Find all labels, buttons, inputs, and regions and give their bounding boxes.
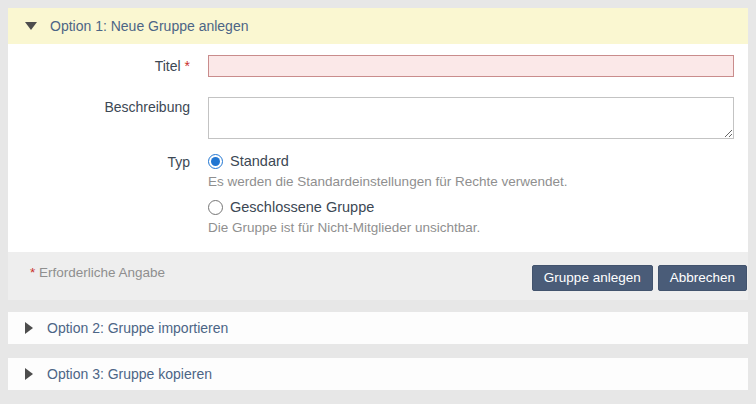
accordion-option-2-title: Option 2: Gruppe importieren xyxy=(47,320,228,336)
radio-geschlossene-gruppe-label: Geschlossene Gruppe xyxy=(230,199,374,215)
beschreibung-textarea[interactable] xyxy=(208,97,734,139)
group-creation-page: Option 1: Neue Gruppe anlegen Titel * Be… xyxy=(0,0,756,404)
caret-right-icon xyxy=(25,322,33,334)
gruppe-anlegen-button[interactable]: Gruppe anlegen xyxy=(532,265,653,291)
typ-label: Typ xyxy=(8,153,190,252)
accordion-option-1-title: Option 1: Neue Gruppe anlegen xyxy=(50,18,248,34)
beschreibung-label: Beschreibung xyxy=(8,97,190,139)
form-command-footer: * Erforderliche Angabe Gruppe anlegen Ab… xyxy=(8,252,748,300)
radio-option-geschlossene-gruppe[interactable]: Geschlossene Gruppe xyxy=(208,199,734,215)
geschlossene-gruppe-help-text: Die Gruppe ist für Nicht-Mitglieder unsi… xyxy=(208,220,734,252)
radio-standard-label: Standard xyxy=(230,153,289,169)
accordion-header-option-3[interactable]: Option 3: Gruppe kopieren xyxy=(8,358,748,390)
standard-help-text: Es werden die Standardeinstellungen für … xyxy=(208,174,734,190)
typ-row: Typ Standard Es werden die Standardeinst… xyxy=(8,153,748,252)
radio-unselected-icon[interactable] xyxy=(208,200,223,215)
titel-label: Titel * xyxy=(8,55,190,77)
required-asterisk: * xyxy=(30,265,35,280)
titel-input[interactable] xyxy=(208,55,734,77)
required-note: * Erforderliche Angabe xyxy=(30,265,165,300)
caret-right-icon xyxy=(25,368,33,380)
titel-row: Titel * xyxy=(8,55,748,77)
accordion-option-3-title: Option 3: Gruppe kopieren xyxy=(47,366,212,382)
abbrechen-button[interactable]: Abbrechen xyxy=(658,265,747,291)
create-group-form: Titel * Beschreibung Typ Standa xyxy=(8,44,748,252)
accordion-header-option-1[interactable]: Option 1: Neue Gruppe anlegen xyxy=(8,8,748,44)
required-asterisk: * xyxy=(185,58,190,74)
caret-down-icon xyxy=(25,22,37,30)
accordion-header-option-2[interactable]: Option 2: Gruppe importieren xyxy=(8,312,748,344)
radio-selected-icon[interactable] xyxy=(208,154,223,169)
beschreibung-row: Beschreibung xyxy=(8,97,748,139)
accordion-option-1-panel: Option 1: Neue Gruppe anlegen Titel * Be… xyxy=(8,8,748,300)
radio-option-standard[interactable]: Standard xyxy=(208,153,734,169)
